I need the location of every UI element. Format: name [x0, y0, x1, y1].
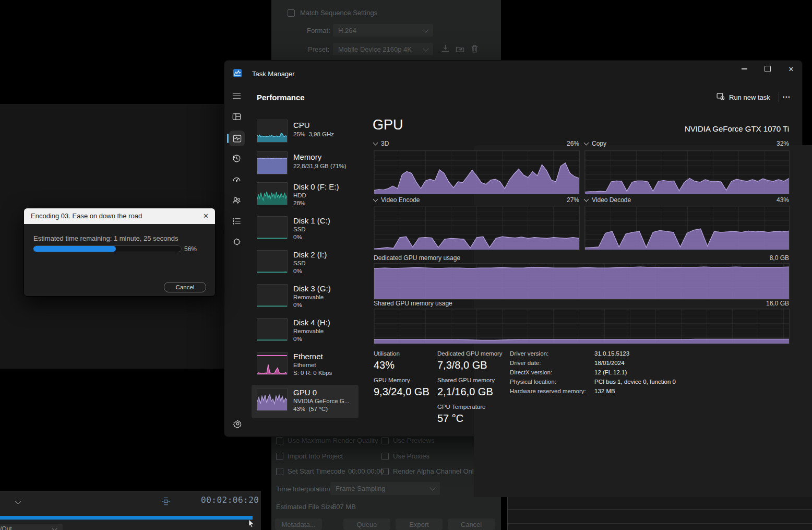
device-row-disk4[interactable]: Disk 4 (H:) Removable 0%: [252, 317, 359, 349]
memory-mini-chart: [257, 151, 288, 174]
use-proxies-checkbox[interactable]: [381, 453, 389, 460]
run-new-task-label: Run new task: [729, 93, 770, 101]
render-alpha-checkbox[interactable]: [381, 468, 389, 475]
queue-button[interactable]: Queue: [343, 519, 390, 530]
time-interpolation-label: Time Interpolation:: [276, 485, 332, 493]
render-progress-bar[interactable]: [0, 516, 253, 520]
preset-label: Preset:: [308, 45, 329, 53]
set-start-timecode-checkbox[interactable]: [276, 468, 283, 475]
encoding-dialog-title: Encoding 03. Ease on down the road: [31, 212, 142, 220]
minimize-button[interactable]: [733, 61, 756, 77]
save-preset-icon[interactable]: [440, 44, 450, 56]
preset-dropdown[interactable]: Mobile Device 2160p 4K: [333, 43, 433, 55]
shared-memory-max: 16,0 GB: [766, 300, 789, 307]
performance-accent-bar: [227, 134, 229, 143]
shared-value: 2,1/16,0 GB: [437, 386, 493, 398]
playhead-timecode[interactable]: 00:02:06:20: [201, 495, 253, 505]
chevron-down-icon: [584, 140, 589, 146]
chevron-down-icon: [52, 526, 57, 530]
run-new-task-button[interactable]: Run new task: [716, 90, 774, 104]
gpu-temperature-label: GPU Temperature: [437, 404, 485, 410]
time-interpolation-value: Frame Sampling: [336, 485, 385, 492]
cancel-encoding-button[interactable]: Cancel: [164, 282, 206, 292]
chevron-down-icon: [584, 197, 589, 202]
cpu-mini-chart: [257, 120, 288, 143]
max-render-quality-checkbox[interactable]: [276, 437, 283, 444]
more-options-button[interactable]: •••: [783, 95, 791, 100]
ethernet-mini-chart: [257, 352, 288, 375]
directx-version-value: 12 (FL 12.1): [594, 369, 627, 375]
maximize-button[interactable]: [756, 61, 779, 77]
program-monitor-panel: 00:02:06:20 /Out: [0, 491, 261, 530]
users-icon[interactable]: [231, 194, 242, 206]
encoding-dialog-titlebar[interactable]: Encoding 03. Ease on down the road ✕: [24, 208, 215, 224]
encoding-percent: 56%: [184, 245, 197, 253]
render-alpha-label: Render Alpha Channel Only: [393, 467, 477, 475]
driver-version-label: Driver version:: [510, 350, 548, 357]
driver-version-value: 31.0.15.5123: [594, 350, 629, 357]
device-row-disk2[interactable]: Disk 2 (I:) SSD 0%: [252, 249, 359, 281]
chevron-down-icon[interactable]: [15, 498, 21, 504]
settings-gear-icon[interactable]: [232, 418, 243, 429]
cancel-export-button[interactable]: Cancel: [448, 519, 495, 530]
delete-preset-icon[interactable]: [470, 44, 480, 56]
device-row-memory[interactable]: Memory 22,8/31,9 GB (71%): [252, 150, 359, 181]
import-into-project-label: Import Into Project: [288, 452, 343, 460]
close-icon[interactable]: ✕: [203, 212, 209, 220]
chart-copy-header[interactable]: Copy: [584, 140, 606, 147]
details-icon[interactable]: [231, 215, 242, 227]
import-preset-icon[interactable]: [455, 44, 465, 56]
processes-icon[interactable]: [231, 111, 242, 122]
file-size-value: 507 MB: [332, 503, 356, 511]
dedicated-label: Dedicated GPU memory: [437, 350, 503, 357]
services-icon[interactable]: [231, 236, 242, 248]
metadata-button[interactable]: Metadata...: [275, 519, 322, 530]
chart-shared-memory: [374, 309, 790, 344]
format-value: H.264: [338, 27, 356, 34]
chevron-down-icon: [423, 27, 428, 32]
inout-dropdown[interactable]: /Out: [0, 524, 63, 530]
device-row-ethernet[interactable]: Ethernet Ethernet S: 0 R: 0 Kbps: [252, 351, 359, 383]
ethernet-send-line: [257, 355, 287, 356]
hamburger-menu-icon[interactable]: [231, 90, 242, 101]
start-timecode-value[interactable]: 00:00:00:00: [348, 467, 384, 475]
encoding-progress-dialog: Encoding 03. Ease on down the road ✕ Est…: [23, 208, 216, 297]
chart-decode-header[interactable]: Video Decode: [584, 196, 631, 204]
device-row-disk0[interactable]: Disk 0 (F: E:) HDD 28%: [252, 181, 359, 214]
device-row-disk3[interactable]: Disk 3 (G:) Removable 0%: [252, 283, 359, 315]
task-manager-app-icon: [233, 69, 242, 79]
performance-icon[interactable]: [231, 133, 243, 144]
chart-encode-header[interactable]: Video Encode: [374, 196, 420, 204]
match-sequence-checkbox[interactable]: [288, 9, 295, 17]
inout-label: /Out: [0, 524, 12, 530]
mouse-cursor: [247, 519, 256, 529]
device-row-gpu0[interactable]: GPU 0 NVIDIA GeForce G... 43% (57 °C): [252, 387, 359, 419]
track-divider: [508, 523, 812, 524]
gpu-page-title: GPU: [373, 117, 403, 133]
use-proxies-label: Use Proxies: [393, 452, 429, 460]
app-history-icon[interactable]: [231, 152, 242, 164]
fit-to-width-icon[interactable]: [161, 496, 171, 509]
header-divider: [779, 92, 779, 102]
encoding-progress-fill: [33, 246, 116, 252]
disk0-mini-chart: [257, 182, 288, 205]
import-into-project-checkbox[interactable]: [276, 453, 283, 460]
device-row-disk1[interactable]: Disk 1 (C:) SSD 0%: [252, 215, 359, 248]
close-button[interactable]: ✕: [780, 61, 803, 77]
shared-label: Shared GPU memory: [437, 377, 495, 383]
chart-dedicated-memory: [374, 263, 790, 300]
preset-value: Mobile Device 2160p 4K: [338, 45, 412, 53]
device-row-cpu[interactable]: CPU 25% 3,98 GHz: [252, 119, 359, 149]
chart-3d-header[interactable]: 3D: [374, 140, 389, 147]
dedicated-memory-max: 8,0 GB: [770, 254, 789, 262]
physical-location-label: Physical location:: [510, 379, 556, 385]
startup-apps-icon[interactable]: [231, 173, 242, 185]
time-interpolation-dropdown[interactable]: Frame Sampling: [330, 482, 440, 495]
chart-video-encode: [374, 206, 580, 250]
use-previews-checkbox[interactable]: [381, 437, 389, 444]
shared-memory-header: Shared GPU memory usage: [374, 300, 452, 307]
utilisation-value: 43%: [374, 359, 395, 371]
export-button[interactable]: Export: [396, 519, 443, 530]
track-divider: [508, 509, 812, 510]
format-dropdown[interactable]: H.264: [333, 24, 433, 37]
